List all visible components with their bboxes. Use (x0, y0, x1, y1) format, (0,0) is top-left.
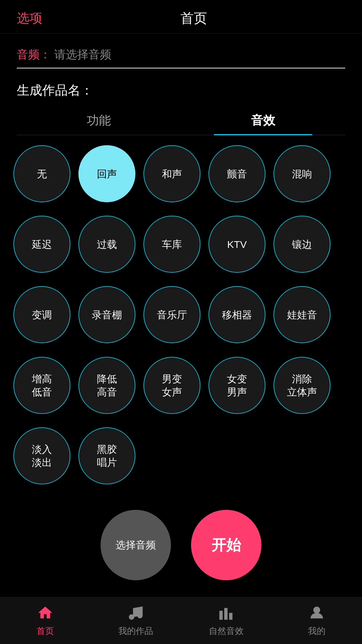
tabs-container: 功能 音效 (17, 106, 345, 135)
bottom-nav-mine[interactable]: 我的 (272, 597, 362, 644)
bottom-nav-mine-label: 我的 (308, 625, 325, 637)
options-button[interactable]: 选项 (17, 10, 42, 27)
effect-btn-bass-boost[interactable]: 增高 低音 (13, 357, 70, 414)
start-button[interactable]: 开始 (191, 510, 261, 580)
bottom-nav-works[interactable]: 我的作品 (90, 597, 181, 644)
effect-btn-treble-cut[interactable]: 降低 高音 (78, 357, 135, 414)
effect-btn-remove-stereo[interactable]: 消除 立体声 (274, 357, 330, 414)
effect-btn-female-male[interactable]: 女变 男声 (208, 357, 265, 414)
bottom-nav: 首页 我的作品 自然音效 我的 (0, 597, 362, 644)
bottom-nav-natural[interactable]: 自然音效 (181, 597, 272, 644)
bottom-nav-home-label: 首页 (37, 625, 54, 637)
effect-btn-tremolo[interactable]: 颤音 (208, 145, 265, 202)
svg-point-1 (138, 613, 142, 618)
effect-btn-reverb[interactable]: 混响 (274, 145, 330, 202)
effect-btn-phaser[interactable]: 移相器 (208, 286, 265, 343)
music-note-icon (127, 604, 144, 623)
effect-btn-vinyl[interactable]: 黑胶 唱片 (78, 427, 135, 484)
svg-point-0 (129, 615, 134, 619)
bottom-actions: 选择音频 开始 (0, 500, 362, 597)
effect-btn-pitch[interactable]: 变调 (13, 286, 70, 343)
effects-grid: 无回声和声颤音混响延迟过载车库KTV镶边变调录音棚音乐厅移相器娃娃音增高 低音降… (0, 135, 362, 500)
effect-btn-hall[interactable]: 音乐厅 (143, 286, 200, 343)
bottom-nav-natural-label: 自然音效 (209, 625, 244, 637)
audio-label: 音频： (17, 47, 51, 62)
svg-rect-4 (230, 613, 232, 619)
svg-rect-3 (225, 609, 227, 619)
effect-btn-garage[interactable]: 车库 (143, 216, 200, 273)
page-title: 首页 (180, 9, 207, 28)
user-icon (308, 604, 325, 623)
effect-btn-none[interactable]: 无 (13, 145, 70, 202)
tab-effect[interactable]: 音效 (181, 106, 345, 135)
effect-btn-flange[interactable]: 镶边 (274, 216, 330, 273)
effect-btn-chipmunk[interactable]: 娃娃音 (274, 286, 330, 343)
bar-chart-icon (218, 604, 235, 623)
effect-btn-overdrive[interactable]: 过载 (78, 216, 135, 273)
bottom-nav-works-label: 我的作品 (118, 625, 153, 637)
bottom-nav-home[interactable]: 首页 (0, 597, 90, 644)
select-audio-button[interactable]: 选择音频 (101, 510, 171, 580)
svg-rect-2 (220, 611, 222, 619)
work-name-label: 生成作品名： (17, 82, 345, 99)
audio-placeholder: 请选择音频 (54, 47, 111, 62)
top-nav: 选项 首页 (0, 0, 362, 34)
effect-btn-studio[interactable]: 录音棚 (78, 286, 135, 343)
effect-btn-ktv[interactable]: KTV (208, 216, 265, 273)
effect-btn-male-female[interactable]: 男变 女声 (143, 357, 200, 414)
effect-btn-fade[interactable]: 淡入 淡出 (13, 427, 70, 484)
tab-function[interactable]: 功能 (17, 106, 181, 135)
effect-btn-delay[interactable]: 延迟 (13, 216, 70, 273)
svg-point-5 (314, 607, 320, 613)
effect-btn-echo[interactable]: 回声 (78, 145, 135, 202)
audio-selector[interactable]: 音频： 请选择音频 (17, 47, 345, 68)
effect-btn-harmony[interactable]: 和声 (143, 145, 200, 202)
home-icon (37, 604, 54, 623)
